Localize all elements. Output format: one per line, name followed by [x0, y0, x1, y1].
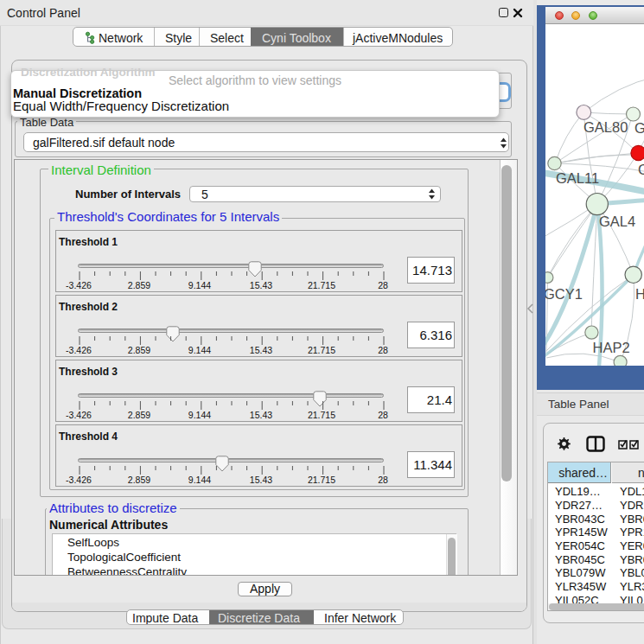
svg-text:GCY1: GCY1 — [545, 286, 583, 302]
svg-text:C: C — [638, 162, 644, 177]
svg-text:H: H — [635, 286, 644, 302]
svg-text:GAL4: GAL4 — [599, 214, 635, 229]
svg-text:GAL80: GAL80 — [583, 119, 628, 135]
svg-text:HAP2: HAP2 — [593, 340, 630, 355]
svg-text:GAL11: GAL11 — [556, 170, 599, 186]
svg-text:GA: GA — [634, 120, 644, 136]
